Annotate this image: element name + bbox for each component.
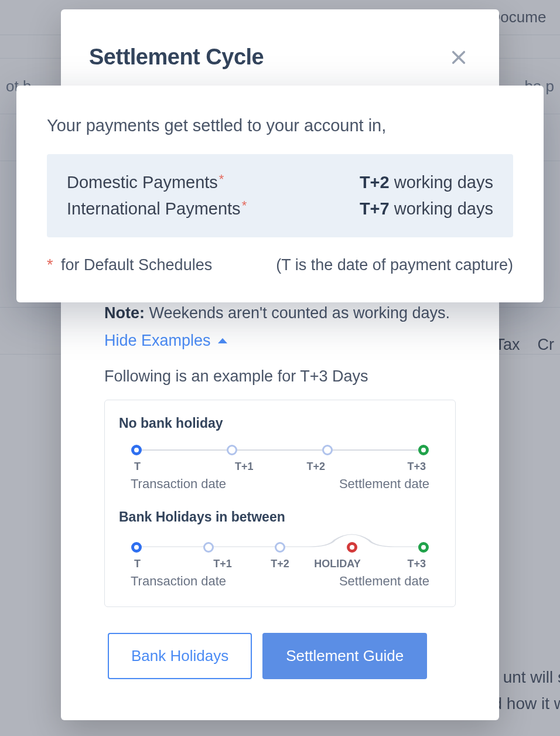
footnote-row: * for Default Schedules (T is the date o… bbox=[47, 256, 513, 274]
timeline-with-holiday bbox=[136, 540, 424, 554]
note-text: Weekends aren't counted as working days. bbox=[145, 304, 450, 322]
timeline-no-holiday bbox=[136, 443, 424, 457]
settlement-guide-button[interactable]: Settlement Guide bbox=[262, 633, 427, 679]
domestic-value: T+2 working days bbox=[360, 169, 493, 196]
toggle-label: Hide Examples bbox=[104, 332, 211, 350]
node-holiday bbox=[347, 542, 357, 553]
node-t3 bbox=[418, 542, 429, 553]
modal-title: Settlement Cycle bbox=[89, 45, 264, 70]
note-line: Note: Weekends aren't counted as working… bbox=[104, 304, 456, 322]
summary-intro: Your payments get settled to your accoun… bbox=[47, 116, 513, 135]
close-button[interactable] bbox=[450, 49, 467, 66]
settlement-date-label: Settlement date bbox=[339, 574, 429, 589]
close-icon bbox=[450, 49, 467, 66]
chevron-up-icon bbox=[218, 338, 227, 343]
asterisk-icon: * bbox=[47, 256, 53, 274]
tick-labels: T T+1 T+2 T+3 bbox=[136, 461, 424, 473]
node-t2 bbox=[322, 445, 333, 455]
settlement-summary-card: Your payments get settled to your accoun… bbox=[16, 86, 544, 302]
settlement-date-label: Settlement date bbox=[339, 476, 429, 492]
asterisk-icon: * bbox=[219, 172, 224, 186]
example2-title: Bank Holidays in between bbox=[119, 509, 441, 525]
node-t1 bbox=[203, 542, 214, 553]
node-t bbox=[131, 445, 142, 455]
row-labels: Transaction date Settlement date bbox=[131, 476, 429, 492]
footnote-left: * for Default Schedules bbox=[47, 256, 212, 274]
international-value: T+7 working days bbox=[360, 196, 493, 222]
domestic-label: Domestic Payments* bbox=[67, 169, 224, 196]
transaction-date-label: Transaction date bbox=[131, 476, 226, 492]
bank-holidays-button[interactable]: Bank Holidays bbox=[108, 633, 252, 679]
node-t3 bbox=[418, 445, 429, 455]
schedule-box: Domestic Payments* T+2 working days Inte… bbox=[47, 154, 513, 237]
footnote-right: (T is the date of payment capture) bbox=[276, 256, 513, 274]
example-lead: Following is an example for T+3 Days bbox=[104, 367, 456, 386]
transaction-date-label: Transaction date bbox=[131, 574, 226, 589]
node-t2 bbox=[275, 542, 285, 553]
hide-examples-toggle[interactable]: Hide Examples bbox=[104, 332, 227, 350]
node-t1 bbox=[227, 445, 237, 455]
node-t bbox=[131, 542, 142, 553]
example1-title: No bank holiday bbox=[119, 415, 441, 431]
asterisk-icon: * bbox=[242, 198, 247, 213]
example-box: No bank holiday T T+1 T+2 T+3 Transactio… bbox=[104, 400, 456, 607]
note-bold: Note: bbox=[104, 304, 145, 322]
row-labels: Transaction date Settlement date bbox=[131, 574, 429, 589]
international-label: International Payments* bbox=[67, 196, 247, 222]
